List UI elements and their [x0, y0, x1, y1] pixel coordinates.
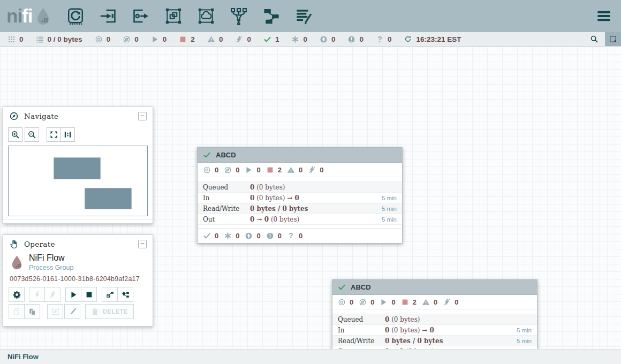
process-group-button[interactable]	[164, 7, 183, 25]
sync-failure-count: 0	[376, 35, 392, 43]
transmitting-count: 0	[338, 298, 353, 306]
hamburger-icon	[595, 9, 612, 24]
sync-failure-count: 0	[287, 232, 302, 240]
selected-component-summary: NiFi Flow Process Group	[3, 253, 153, 271]
paste-button[interactable]	[24, 304, 40, 319]
color-button[interactable]	[64, 304, 80, 319]
processor-button[interactable]	[66, 7, 85, 25]
zoom-in-button[interactable]	[8, 127, 22, 142]
funnel-button[interactable]	[230, 7, 248, 25]
zoom-out-button[interactable]	[25, 127, 39, 142]
input-port-button[interactable]	[99, 7, 117, 25]
locally-modified-stale-count: 0	[266, 232, 282, 240]
create-template-button[interactable]	[102, 287, 118, 302]
process-group-header: ABCD	[198, 148, 402, 163]
stats-row: Queued 0 (0 bytes)	[198, 181, 402, 192]
stats-row: Out 0 → 0 (0 bytes) 5 min	[198, 214, 402, 225]
process-group-status-row: 0 0 0 2	[332, 295, 537, 309]
output-port-button[interactable]	[132, 7, 150, 25]
hand-icon	[9, 239, 19, 249]
stats-row: Read/Write 0 bytes / 0 bytes 5 min	[332, 335, 537, 346]
running-count: 0	[151, 35, 167, 43]
process-group-status-row: 0 0 0 2	[198, 163, 402, 177]
refresh-status[interactable]: 16:23:21 EST	[404, 35, 461, 43]
search-button[interactable]	[584, 32, 605, 46]
running-count: 0	[245, 166, 260, 174]
locally-modified-count: 0	[291, 35, 307, 43]
template-button[interactable]	[262, 7, 281, 25]
stats-row: In 0 (0 bytes) → 0 5 min	[198, 192, 402, 203]
stopped-count: 2	[179, 35, 195, 43]
logo-text-fi: fi	[22, 5, 32, 27]
stopped-count: 2	[401, 298, 416, 306]
disabled-count: 0	[235, 35, 251, 43]
app-header: nifi	[0, 0, 621, 32]
canvas-minimap[interactable]	[8, 146, 148, 216]
navigate-panel-title: Navigate	[24, 112, 58, 120]
zoom-fit-button[interactable]	[47, 127, 61, 142]
copy-button[interactable]	[9, 304, 25, 319]
operate-panel-header: Operate −	[3, 235, 153, 253]
active-threads-count: 0	[7, 35, 24, 43]
zoom-actual-button[interactable]	[60, 127, 75, 142]
nifi-drop-icon	[34, 5, 52, 27]
toggle-bulletin-panel-button[interactable]	[605, 32, 621, 46]
up-to-date-icon	[338, 283, 346, 291]
running-count: 0	[380, 298, 395, 306]
transmitting-count: 0	[95, 35, 111, 43]
global-menu-button[interactable]	[595, 9, 612, 24]
nifi-logo: nifi	[6, 5, 52, 27]
process-group-name: ABCD	[351, 283, 371, 291]
breadcrumb-root[interactable]: NiFi Flow	[7, 353, 39, 361]
up-to-date-count: 1	[263, 35, 279, 43]
stats-row: Read/Write 0 bytes / 0 bytes 5 min	[198, 203, 402, 214]
selected-flow-id: 0073d526-0161-1000-31b8-6204b9af2a17	[3, 271, 153, 283]
locally-modified-count: 0	[224, 232, 239, 240]
navigate-panel-header: Navigate −	[3, 107, 153, 125]
stop-button[interactable]	[81, 287, 97, 302]
configuration-button[interactable]	[9, 287, 25, 302]
breadcrumb: NiFi Flow	[0, 349, 621, 364]
process-group-stats: Queued 0 (0 bytes) In 0 (0 bytes) → 0 5 …	[198, 177, 402, 225]
stats-row: In 0 (0 bytes) → 0 5 min	[332, 324, 537, 335]
enable-button[interactable]	[29, 287, 45, 302]
queued-count: 0 / 0 bytes	[36, 35, 82, 43]
stats-row: Queued 0 (0 bytes)	[332, 314, 537, 324]
transmitting-count: 0	[203, 166, 218, 174]
start-button[interactable]	[65, 287, 81, 302]
status-counts: 0 0 / 0 bytes 0 0	[7, 35, 391, 43]
minimap-component	[54, 157, 101, 179]
invalid-count: 0	[422, 298, 437, 306]
panel-icon	[609, 35, 617, 43]
collapse-operate-button[interactable]: −	[138, 240, 147, 248]
nifi-app: nifi	[0, 0, 621, 364]
upload-template-button[interactable]	[117, 287, 133, 302]
remote-process-group-button[interactable]	[197, 7, 215, 25]
operate-actions-row-1	[9, 287, 153, 302]
disable-button[interactable]	[44, 287, 60, 302]
delete-button[interactable]: DELETE	[85, 304, 134, 319]
stopped-count: 2	[266, 166, 282, 174]
collapse-navigate-button[interactable]: −	[138, 112, 147, 120]
selected-flow-type: Process Group	[29, 264, 73, 271]
up-to-date-count: 0	[203, 232, 218, 240]
group-button[interactable]	[47, 304, 63, 319]
search-icon	[590, 35, 599, 43]
invalid-count: 0	[287, 166, 302, 174]
process-group-version-row: 0 0 0 0	[198, 228, 402, 243]
stale-count: 0	[320, 35, 336, 43]
logo-text-ni: ni	[6, 5, 22, 27]
flow-canvas[interactable]: Navigate −	[0, 47, 621, 349]
invalid-count: 0	[207, 35, 223, 43]
label-button[interactable]	[295, 7, 313, 25]
locally-modified-stale-count: 0	[347, 35, 363, 43]
process-group-drop-icon	[10, 253, 24, 271]
status-bar: 0 0 / 0 bytes 0 0	[0, 32, 621, 47]
last-refresh-time: 16:23:21 EST	[416, 35, 461, 43]
selected-flow-name: NiFi Flow	[29, 253, 73, 263]
compass-icon	[9, 111, 19, 121]
navigate-toolbar	[8, 127, 153, 142]
operate-actions: DELETE	[3, 283, 153, 319]
process-group-component[interactable]: ABCD 0 0 0	[197, 147, 403, 244]
up-to-date-icon	[203, 151, 211, 159]
